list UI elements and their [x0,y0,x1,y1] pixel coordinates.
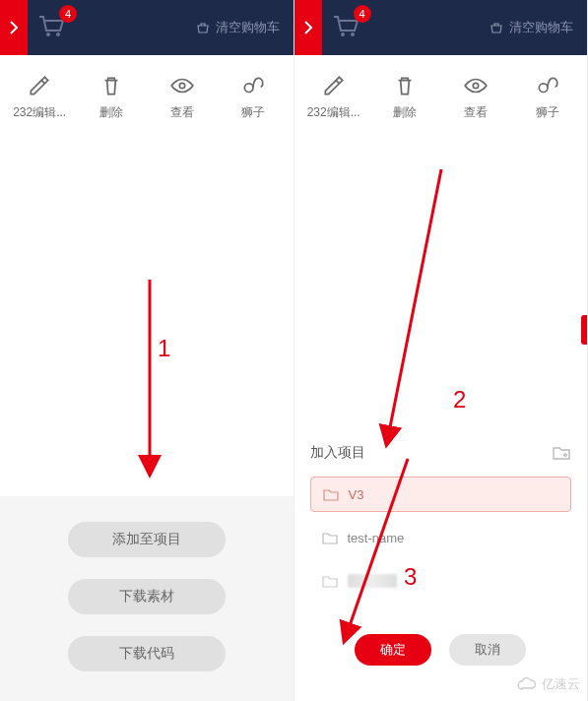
project-row[interactable]: test-name [310,520,572,555]
add-to-project-modal: 加入项目 V3 test-name 确定 取消 [294,427,588,701]
side-tab[interactable] [581,315,587,345]
basket-icon [490,21,503,34]
header-right: 4 清空购物车 [294,0,588,55]
leo-icon [240,73,266,98]
folder-icon [322,531,338,544]
delete-icon [98,73,124,98]
svg-point-0 [46,32,50,36]
panel-right: 4 清空购物车 232编辑... 删除 查看 狮子 加入项目 [294,0,589,701]
watermark: 亿速云 [516,675,580,693]
cart-badge: 4 [354,5,371,23]
annotation-3: 3 [404,563,417,591]
toolbar-right: 232编辑... 删除 查看 狮子 [294,55,588,131]
basket-icon [196,21,210,34]
edit-icon [27,73,52,98]
cloud-icon [516,676,538,692]
clear-cart-label: 清空购物车 [216,19,280,36]
add-folder-icon[interactable] [552,443,571,463]
delete-icon [392,73,418,98]
project-row-blurred[interactable] [310,563,572,599]
tool-label: 232编辑... [13,104,66,121]
download-assets-button[interactable]: 下载素材 [68,579,226,614]
project-name: V3 [349,487,364,502]
svg-point-3 [341,32,345,36]
tool-label: 232编辑... [307,104,360,121]
cancel-button[interactable]: 取消 [449,634,526,666]
leo-icon [535,73,560,98]
svg-point-5 [474,83,479,88]
project-name: test-name [348,531,405,545]
add-to-project-button[interactable]: 添加至项目 [68,522,226,557]
bottom-actions: 添加至项目 下载素材 下载代码 [0,496,294,701]
tool-label: 查看 [170,104,194,121]
clear-cart-label: 清空购物车 [509,19,573,36]
confirm-button[interactable]: 确定 [355,634,431,666]
cart-wrap: 4 [330,13,359,42]
tool-leo[interactable]: 狮子 [224,73,283,121]
chevron-right-icon [9,20,19,35]
view-icon [169,73,195,98]
header-left: 4 清空购物车 [0,0,294,55]
tool-label: 狮子 [241,104,265,121]
back-button[interactable] [294,0,322,55]
tool-delete[interactable]: 删除 [375,73,434,121]
view-icon [463,73,489,98]
edit-icon [321,73,347,98]
blurred-text [348,574,397,588]
tool-edit[interactable]: 232编辑... [10,73,69,121]
back-button[interactable] [0,0,28,55]
tool-edit[interactable]: 232编辑... [304,73,363,121]
tool-label: 删除 [99,104,123,121]
download-code-button[interactable]: 下载代码 [68,636,226,671]
toolbar-left: 232编辑... 删除 查看 狮子 [0,55,294,131]
project-row-selected[interactable]: V3 [310,477,572,512]
tool-label: 删除 [393,104,417,121]
tool-view[interactable]: 查看 [446,73,505,121]
cart-badge: 4 [59,5,77,23]
tool-view[interactable]: 查看 [153,73,212,121]
svg-point-4 [351,32,355,36]
modal-title: 加入项目 [310,444,365,462]
chevron-right-icon [303,20,313,35]
svg-point-2 [179,83,184,88]
annotation-1: 1 [158,335,170,362]
tool-leo[interactable]: 狮子 [518,73,577,121]
tool-label: 查看 [464,104,488,121]
cart-wrap: 4 [35,13,65,42]
folder-icon [322,574,338,588]
folder-icon [323,487,339,501]
panel-left: 4 清空购物车 232编辑... 删除 查看 狮子 添加至项目 下载素材 下载代… [0,0,294,701]
svg-point-1 [56,32,60,36]
clear-cart-button[interactable]: 清空购物车 [196,19,280,36]
tool-label: 狮子 [536,104,559,121]
clear-cart-button[interactable]: 清空购物车 [490,19,573,36]
annotation-2: 2 [453,386,466,414]
tool-delete[interactable]: 删除 [82,73,141,121]
